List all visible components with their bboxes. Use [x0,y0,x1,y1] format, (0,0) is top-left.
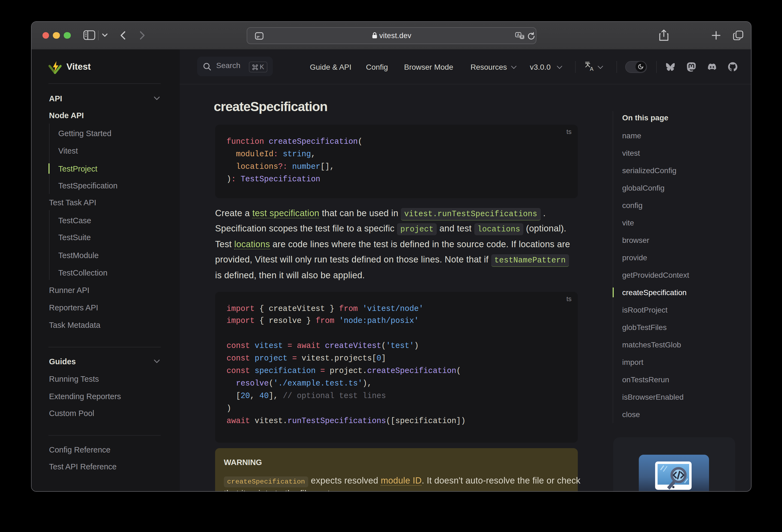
svg-text:A: A [590,66,594,72]
svg-text:A: A [517,32,520,37]
